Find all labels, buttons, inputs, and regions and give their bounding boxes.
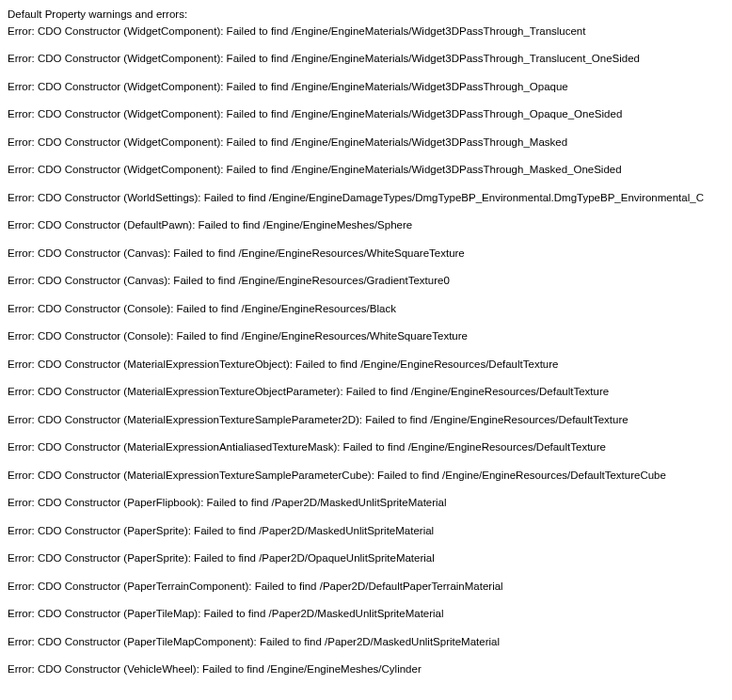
error-log-line: Error: CDO Constructor (PaperSprite): Fa… [8, 551, 724, 566]
error-log-line: Error: CDO Constructor (WidgetComponent)… [8, 52, 724, 67]
error-log-line: Error: CDO Constructor (PaperTileMap): F… [8, 607, 724, 622]
error-log-line: Error: CDO Constructor (WidgetComponent)… [8, 107, 724, 122]
error-log-line: Error: CDO Constructor (DefaultPawn): Fa… [8, 218, 724, 233]
error-log-line: Error: CDO Constructor (WidgetComponent)… [8, 163, 724, 178]
error-log-line: Error: CDO Constructor (Console): Failed… [8, 302, 724, 317]
log-header: Default Property warnings and errors: [8, 8, 724, 23]
error-log-line: Error: CDO Constructor (WorldSettings): … [8, 191, 724, 206]
error-log-line: Error: CDO Constructor (PaperSprite): Fa… [8, 524, 724, 539]
error-log-line: Error: CDO Constructor (PaperTerrainComp… [8, 580, 724, 595]
error-log-line: Error: CDO Constructor (MaterialExpressi… [8, 469, 724, 484]
error-log-line: Error: CDO Constructor (VehicleWheel): F… [8, 662, 724, 677]
error-log-line: Error: CDO Constructor (MaterialExpressi… [8, 358, 724, 373]
error-log-line: Error: CDO Constructor (WidgetComponent)… [8, 24, 724, 40]
error-log-line: Error: CDO Constructor (PaperTileMapComp… [8, 635, 724, 650]
error-log-line: Error: CDO Constructor (MaterialExpressi… [8, 385, 724, 400]
error-log-line: Error: CDO Constructor (MaterialExpressi… [8, 440, 724, 455]
error-log-line: Error: CDO Constructor (MaterialExpressi… [8, 413, 724, 428]
error-log-line: Error: CDO Constructor (Canvas): Failed … [8, 247, 724, 262]
error-log-line: Error: CDO Constructor (PaperFlipbook): … [8, 496, 724, 511]
error-log-list: Error: CDO Constructor (WidgetComponent)… [8, 24, 724, 677]
error-log-line: Error: CDO Constructor (WidgetComponent)… [8, 135, 724, 151]
error-log-line: Error: CDO Constructor (Canvas): Failed … [8, 274, 724, 289]
error-log-line: Error: CDO Constructor (WidgetComponent)… [8, 80, 724, 95]
error-log-line: Error: CDO Constructor (Console): Failed… [8, 329, 724, 344]
